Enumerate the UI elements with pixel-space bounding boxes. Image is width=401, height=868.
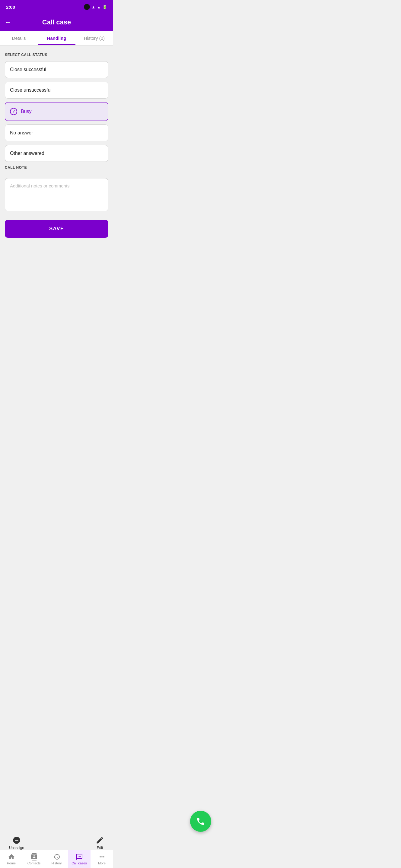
page-title: Call case [42, 19, 71, 26]
call-note-section: CALL NOTE [5, 165, 108, 213]
battery-icon: 🔋 [102, 5, 107, 9]
tab-bar: Details Handling History (0) [0, 31, 113, 45]
wifi-icon: ▲ [91, 5, 95, 9]
main-content: SELECT CALL STATUS Close successful Clos… [0, 45, 113, 303]
call-note-label: CALL NOTE [5, 165, 108, 170]
status-time: 2:00 [6, 4, 15, 10]
tab-history[interactable]: History (0) [76, 31, 113, 45]
tab-handling[interactable]: Handling [38, 31, 76, 45]
option-close-unsuccessful-label: Close unsuccessful [10, 87, 52, 93]
notification-dot [84, 4, 90, 10]
busy-check-icon [10, 108, 17, 115]
option-other-answered[interactable]: Other answered [5, 145, 108, 162]
status-icons: ▲ ▲ 🔋 [84, 4, 107, 10]
option-other-answered-label: Other answered [10, 151, 45, 156]
status-bar: 2:00 ▲ ▲ 🔋 [0, 0, 113, 13]
option-no-answer[interactable]: No answer [5, 124, 108, 141]
save-button[interactable]: SAVE [5, 220, 108, 238]
tab-details[interactable]: Details [0, 31, 38, 45]
header: ← Call case [0, 13, 113, 31]
option-close-successful-label: Close successful [10, 67, 46, 72]
option-no-answer-label: No answer [10, 130, 33, 135]
call-status-label: SELECT CALL STATUS [5, 53, 108, 57]
call-note-input[interactable] [5, 178, 108, 211]
option-close-successful[interactable]: Close successful [5, 61, 108, 78]
back-button[interactable]: ← [5, 19, 11, 26]
option-close-unsuccessful[interactable]: Close unsuccessful [5, 82, 108, 98]
option-busy[interactable]: Busy [5, 102, 108, 121]
signal-icon: ▲ [97, 5, 101, 9]
option-busy-label: Busy [21, 109, 32, 114]
